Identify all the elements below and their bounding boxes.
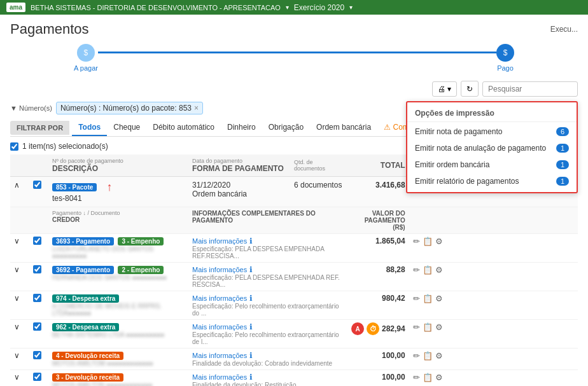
step2-circle: $ (496, 44, 514, 62)
row3-checkbox[interactable] (33, 322, 41, 331)
step2-icon: $ (503, 48, 508, 57)
tab-debito[interactable]: Débito automático (146, 120, 221, 136)
row5-expand[interactable]: ∨ (10, 370, 29, 387)
th-package-bottom: DESCRIÇÃO (52, 164, 185, 173)
row0-value: 1.865,04 (347, 234, 409, 263)
row1-expand[interactable]: ∨ (10, 263, 29, 291)
row2-expand[interactable]: ∨ (10, 291, 29, 320)
row5-edit-icon[interactable]: ✏ (413, 373, 420, 382)
row4-copy-icon[interactable]: 📋 (423, 351, 433, 361)
row4-info-cell: Mais informações ℹ Finalidade da devoluç… (188, 348, 347, 370)
row2-info-detail: Especificação: Pelo recolhimento extraor… (192, 303, 344, 317)
table-row: ∨ 3692 - Pagamento 2 - Empenho FERNANDA … (10, 263, 578, 291)
dropdown-badge-2: 1 (556, 160, 569, 169)
search-input[interactable] (482, 81, 578, 97)
tab-ordem[interactable]: Ordem bancária (310, 120, 377, 136)
row1-info-detail: Especificação: PELA DESPESA EMPENHADA RE… (192, 274, 344, 288)
table-row: ∨ 3 - Devolução receita MOTOS AMILTON ●●… (10, 370, 578, 387)
th-package: Nº do pacote de pagamento DESCRIÇÃO (48, 155, 188, 177)
group-expand[interactable]: ∧ (10, 177, 29, 207)
row5-checkbox[interactable] (33, 373, 41, 381)
dropdown-item-0[interactable]: Emitir nota de pagamento 6 (407, 123, 577, 140)
th-docs: Qtd. de documentos (290, 155, 347, 177)
logo: ama (6, 3, 25, 12)
year-dropdown-icon[interactable]: ▾ (349, 4, 353, 11)
row0-info-link[interactable]: Mais informações (192, 237, 247, 245)
filter-tag-close[interactable]: × (194, 104, 199, 113)
refresh-button[interactable]: ↻ (461, 81, 479, 97)
row4-checkbox[interactable] (33, 351, 41, 359)
sub-header-value: VALOR DO PAGAMENTO (R$) (347, 207, 409, 234)
info-icon: ℹ (249, 265, 253, 274)
tab-cheque[interactable]: Cheque (107, 120, 146, 136)
sub-header-creditor: Pagamento ↓ / Documento CREDOR (48, 207, 188, 234)
row0-info-cell: Mais informações ℹ Especificação: PELA D… (188, 234, 347, 263)
row0-more-icon[interactable]: ⚙ (435, 237, 443, 246)
row1-info-link[interactable]: Mais informações (192, 266, 247, 273)
row3-more-icon[interactable]: ⚙ (435, 322, 443, 332)
th-expand (10, 155, 29, 177)
title-dropdown-icon[interactable]: ▾ (286, 4, 289, 11)
row3-copy-icon[interactable]: 📋 (423, 322, 433, 332)
step-a-pagar[interactable]: $ A pagar (74, 44, 98, 72)
toolbar-row: 🖨 ▾ ↻ Opções de impressão Emitir nota de… (10, 81, 578, 97)
row3-info-detail: Especificação: Pelo recolhimento extraor… (192, 331, 344, 345)
dropdown-item-label-1: Emitir nota de anulação de pagamento (415, 144, 546, 153)
row2-edit-icon[interactable]: ✏ (413, 294, 420, 303)
row0-copy-icon[interactable]: 📋 (423, 237, 433, 246)
row2-copy-icon[interactable]: 📋 (423, 294, 433, 303)
row4-actions: ✏ 📋 ⚙ (409, 348, 578, 370)
tab-obrigacao[interactable]: Obrigação (262, 120, 310, 136)
row1-checkbox[interactable] (33, 265, 41, 273)
row4-more-icon[interactable]: ⚙ (435, 351, 443, 361)
dropdown-item-2[interactable]: Emitir ordem bancária 1 (407, 156, 577, 173)
row4-info-link[interactable]: Mais informações (192, 352, 247, 359)
row1-copy-icon[interactable]: 📋 (423, 265, 433, 275)
row1-payment-cell: 3692 - Pagamento 2 - Empenho FERNANDA DO… (48, 263, 188, 291)
sub-header-spacer (10, 207, 48, 234)
row0-expand[interactable]: ∨ (10, 234, 29, 263)
row1-more-icon[interactable]: ⚙ (435, 265, 443, 275)
th-date-top: Data do pagamento (192, 158, 286, 164)
row5-more-icon[interactable]: ⚙ (435, 373, 443, 382)
th-package-top: Nº do pacote de pagamento (52, 158, 185, 164)
step-pago[interactable]: $ Pago (496, 44, 514, 72)
row2-info-cell: Mais informações ℹ Especificação: Pelo r… (188, 291, 347, 320)
info-icon: ℹ (249, 373, 253, 382)
group-docs-cell: 6 documentos (290, 177, 347, 207)
row2-actions: ✏ 📋 ⚙ (409, 291, 578, 320)
row4-expand[interactable]: ∨ (10, 348, 29, 370)
step1-circle: $ (77, 44, 95, 62)
row1-checkbox-cell (29, 263, 48, 291)
row4-payment-cell: 4 - Devolução receita MOTOS AMILTOM ●●●●… (48, 348, 188, 370)
row4-edit-icon[interactable]: ✏ (413, 351, 420, 361)
row2-more-icon[interactable]: ⚙ (435, 294, 443, 303)
tab-todos[interactable]: Todos (72, 120, 107, 136)
row3-info-link[interactable]: Mais informações (192, 323, 247, 331)
row0-payment-tag: 3693 - Pagamento (52, 237, 114, 245)
group-checkbox[interactable] (33, 181, 41, 189)
row0-empenho-tag: 3 - Empenho (118, 237, 164, 245)
tab-dinheiro[interactable]: Dinheiro (221, 120, 262, 136)
row2-creditor: A COMÉRCIO DE MÓVEIS E RRPRS. LTDA●●●●●● (52, 303, 185, 317)
row1-edit-icon[interactable]: ✏ (413, 265, 420, 275)
info-icon: ℹ (249, 351, 253, 360)
row2-info-link[interactable]: Mais informações (192, 294, 247, 302)
row0-checkbox[interactable] (33, 237, 41, 245)
row2-checkbox[interactable] (33, 294, 41, 302)
row5-checkbox-cell (29, 370, 48, 387)
row3-edit-icon[interactable]: ✏ (413, 322, 420, 332)
row5-copy-icon[interactable]: 📋 (423, 373, 433, 382)
info-icon: ℹ (249, 237, 253, 245)
row0-edit-icon[interactable]: ✏ (413, 237, 420, 246)
group-package-cell: 853 - Pacote ↑ tes-8041 (48, 177, 188, 207)
dropdown-item-3[interactable]: Emitir relatório de pagamentos 1 (407, 173, 577, 190)
group-date-cell: 31/12/2020 Ordem bancária (188, 177, 290, 207)
row5-info-link[interactable]: Mais informações (192, 373, 247, 381)
select-all-checkbox[interactable] (10, 142, 18, 151)
print-button[interactable]: 🖨 ▾ (432, 81, 457, 97)
dropdown-item-1[interactable]: Emitir nota de anulação de pagamento 1 (407, 140, 577, 156)
row5-actions: ✏ 📋 ⚙ (409, 370, 578, 387)
row3-expand[interactable]: ∨ (10, 320, 29, 348)
row0-creditor: LUIZA FURLANETO DOS SANTOS ●●●●●●●●● (52, 245, 185, 259)
